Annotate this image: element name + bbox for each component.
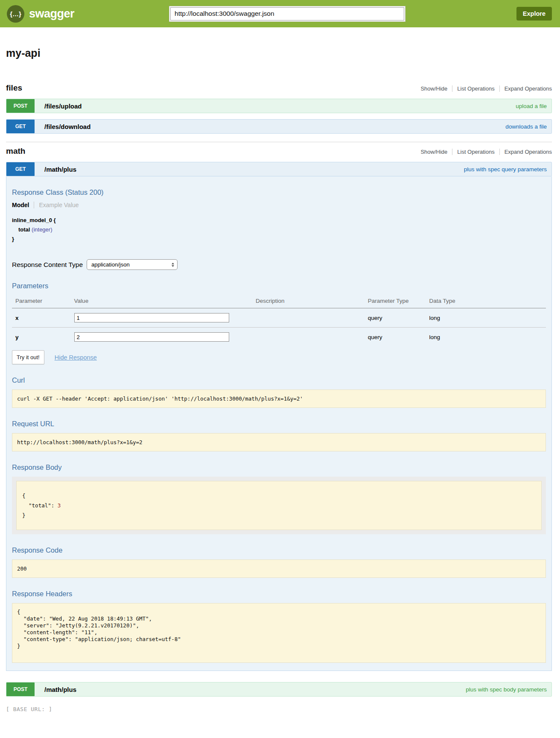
parameter-name: x	[12, 308, 71, 328]
col-data-type: Data Type	[426, 295, 546, 308]
response-code-heading: Response Code	[12, 546, 546, 554]
files-show-hide-link[interactable]: Show/Hide	[420, 85, 447, 92]
operation-row-get-math-plus[interactable]: GET /math/plus plus with spec query para…	[6, 162, 552, 176]
curl-heading: Curl	[12, 376, 546, 384]
top-header: {…} swagger Explore	[0, 0, 560, 27]
parameter-description	[252, 328, 365, 347]
response-class-heading: Response Class (Status 200)	[12, 188, 546, 196]
api-title: my-api	[6, 47, 552, 59]
post-method-badge: POST	[6, 99, 35, 113]
json-open-brace: {	[22, 491, 536, 501]
request-url-heading: Request URL	[12, 420, 546, 428]
response-body-json: { "total": 3}	[16, 481, 542, 530]
col-parameter-type: Parameter Type	[365, 295, 426, 308]
selected-content-type: application/json	[91, 261, 130, 268]
tab-model[interactable]: Model	[12, 202, 34, 208]
tab-example-value[interactable]: Example Value	[34, 202, 79, 208]
files-expand-operations-link[interactable]: Expand Operations	[499, 85, 552, 92]
files-section-header: files Show/Hide List Operations Expand O…	[6, 83, 552, 93]
explore-button[interactable]: Explore	[516, 7, 552, 20]
operation-row-post-files-upload[interactable]: POST /files/upload upload a file	[6, 99, 552, 113]
math-show-hide-link[interactable]: Show/Hide	[420, 149, 447, 155]
model-close-brace: }	[12, 236, 14, 242]
parameter-y-input[interactable]	[74, 332, 229, 342]
response-headers-json: { "date": "Wed, 22 Aug 2018 18:49:13 GMT…	[12, 603, 546, 663]
parameter-x-input[interactable]	[74, 313, 229, 322]
operation-expanded-content: Response Class (Status 200) Model Exampl…	[6, 176, 552, 671]
swagger-url-input[interactable]	[170, 7, 404, 20]
select-arrows-icon	[172, 263, 174, 267]
operation-summary-link[interactable]: upload a file	[516, 103, 547, 109]
parameter-type: query	[365, 308, 426, 328]
operation-summary-link[interactable]: plus with spec query parameters	[464, 166, 547, 173]
operation-path-link[interactable]: /files/upload	[44, 102, 82, 110]
model-property-type: (integer)	[32, 226, 52, 233]
model-name: inline_model_0 {	[12, 217, 56, 223]
col-description: Description	[252, 295, 365, 308]
parameter-description	[252, 308, 365, 328]
request-url-value: http://localhost:3000/math/plus?x=1&y=2	[12, 433, 546, 451]
operation-summary-link[interactable]: downloads a file	[505, 123, 547, 130]
response-headers-heading: Response Headers	[12, 590, 546, 598]
response-code-value: 200	[12, 559, 546, 578]
math-list-operations-link[interactable]: List Operations	[452, 149, 494, 155]
parameter-data-type: long	[426, 308, 546, 328]
files-section-title: files	[6, 83, 22, 93]
parameters-heading: Parameters	[12, 282, 546, 290]
operation-block-get-math-plus: GET /math/plus plus with spec query para…	[6, 162, 552, 671]
try-row: Try it out! Hide Response	[12, 350, 546, 364]
operation-path-link[interactable]: /files/download	[44, 123, 90, 130]
math-expand-operations-link[interactable]: Expand Operations	[499, 149, 552, 155]
model-property-name: total	[18, 226, 30, 233]
swagger-logo-icon: {…}	[7, 5, 24, 23]
brand-title: swagger	[29, 7, 74, 20]
section-divider	[6, 142, 552, 142]
parameter-row-x: x query long	[12, 308, 546, 328]
operation-row-post-math-plus[interactable]: POST /math/plus plus with spec body para…	[6, 682, 552, 697]
files-list-operations-link[interactable]: List Operations	[452, 85, 494, 92]
operation-row-get-files-download[interactable]: GET /files/download downloads a file	[6, 119, 552, 134]
post-method-badge: POST	[6, 682, 35, 696]
math-section-header: math Show/Hide List Operations Expand Op…	[6, 146, 552, 156]
model-signature: inline_model_0 { total (integer) }	[12, 217, 546, 242]
files-section-controls: Show/Hide List Operations Expand Operati…	[420, 85, 552, 92]
curl-command: curl -X GET --header 'Accept: applicatio…	[12, 390, 546, 408]
math-section-controls: Show/Hide List Operations Expand Operati…	[420, 149, 552, 155]
get-method-badge: GET	[6, 120, 35, 133]
parameter-row-y: y query long	[12, 328, 546, 347]
operation-path-link[interactable]: /math/plus	[44, 686, 76, 693]
response-body-heading: Response Body	[12, 463, 546, 472]
operation-path-link[interactable]: /math/plus	[44, 166, 76, 173]
parameters-table: Parameter Value Description Parameter Ty…	[12, 295, 546, 346]
page-body: my-api files Show/Hide List Operations E…	[0, 47, 560, 712]
model-tabs: Model Example Value	[12, 202, 546, 208]
parameter-data-type: long	[426, 328, 546, 347]
operation-summary-link[interactable]: plus with spec body parameters	[466, 686, 547, 693]
hide-response-link[interactable]: Hide Response	[55, 354, 97, 361]
response-body-panel: { "total": 3}	[12, 477, 546, 534]
response-content-type-select[interactable]: application/json	[87, 259, 178, 270]
json-number-value: 3	[58, 502, 61, 509]
response-content-type-row: Response Content Type application/json	[12, 259, 546, 270]
json-close-brace: }	[22, 510, 536, 520]
col-parameter: Parameter	[12, 295, 71, 308]
try-it-out-button[interactable]: Try it out!	[12, 350, 44, 364]
math-section-title: math	[6, 146, 25, 156]
json-key: "total":	[29, 502, 54, 509]
response-content-type-label: Response Content Type	[12, 261, 83, 269]
parameter-type: query	[365, 328, 426, 347]
col-value: Value	[71, 295, 252, 308]
parameters-header-row: Parameter Value Description Parameter Ty…	[12, 295, 546, 308]
get-method-badge: GET	[6, 162, 35, 176]
base-url-footer: [ BASE URL: ]	[6, 706, 552, 712]
parameter-name: y	[12, 328, 71, 347]
